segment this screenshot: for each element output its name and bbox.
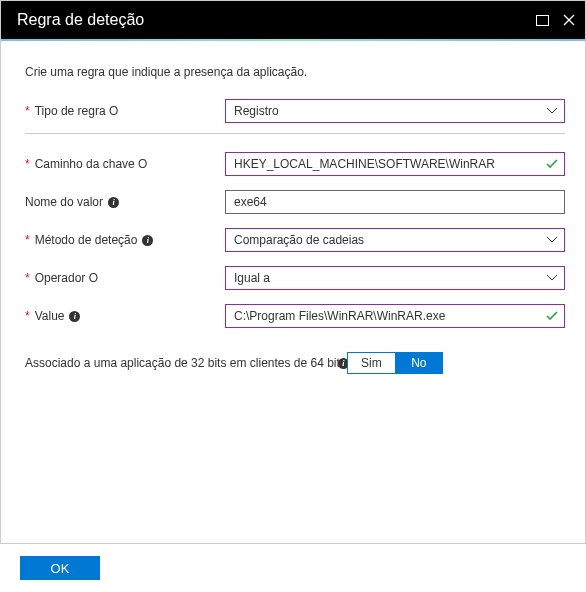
field-nome: exe64: [225, 190, 565, 214]
close-icon[interactable]: [563, 14, 575, 26]
label-32bit: Associado a uma aplicação de 32 bits em …: [25, 356, 346, 370]
row-caminho: * Caminho da chave O HKEY_LOCAL_MACHINE\…: [25, 152, 565, 176]
select-metodo-value: Comparação de cadeias: [234, 233, 364, 247]
row-value: * Value i C:\Program Files\WinRAR\WinRAR…: [25, 304, 565, 328]
row-metodo: * Método de deteção i Comparação de cade…: [25, 228, 565, 252]
input-caminho-value: HKEY_LOCAL_MACHINE\SOFTWARE\WinRAR: [234, 157, 495, 171]
label-operador: * Operador O: [25, 271, 225, 285]
check-icon: [546, 159, 558, 169]
row-nome: Nome do valori exe64: [25, 190, 565, 214]
chevron-down-icon: [546, 236, 558, 244]
input-caminho[interactable]: HKEY_LOCAL_MACHINE\SOFTWARE\WinRAR: [225, 152, 565, 176]
info-icon[interactable]: i: [69, 311, 80, 322]
required-marker: *: [25, 309, 30, 323]
label-metodo-text: Método de deteção: [35, 233, 138, 247]
row-32bit: Associado a uma aplicação de 32 bits em …: [25, 352, 565, 374]
required-marker: *: [25, 157, 30, 171]
check-icon: [546, 311, 558, 321]
label-nome-text: Nome do valor: [25, 195, 103, 209]
chevron-down-icon: [546, 274, 558, 282]
input-value[interactable]: C:\Program Files\WinRAR\WinRAR.exe: [225, 304, 565, 328]
label-value-text: Value: [35, 309, 65, 323]
select-operador-value: Igual a: [234, 271, 270, 285]
info-icon[interactable]: i: [142, 235, 153, 246]
select-tipo-value: Registro: [234, 104, 279, 118]
input-nome-value: exe64: [234, 195, 267, 209]
titlebar: Regra de deteção: [1, 1, 585, 39]
label-metodo: * Método de deteção i: [25, 233, 225, 247]
input-nome[interactable]: exe64: [225, 190, 565, 214]
select-tipo[interactable]: Registro: [225, 99, 565, 123]
field-metodo: Comparação de cadeias: [225, 228, 565, 252]
toggle-yes[interactable]: Sim: [347, 352, 395, 374]
label-caminho: * Caminho da chave O: [25, 157, 225, 171]
select-operador[interactable]: Igual a: [225, 266, 565, 290]
label-tipo-text: Tipo de regra O: [35, 104, 119, 118]
select-metodo[interactable]: Comparação de cadeias: [225, 228, 565, 252]
dialog-title: Regra de deteção: [17, 11, 144, 29]
info-icon[interactable]: i: [108, 197, 119, 208]
field-tipo: Registro: [225, 99, 565, 123]
field-operador: Igual a: [225, 266, 565, 290]
label-operador-text: Operador O: [35, 271, 98, 285]
header-divider: [1, 39, 585, 41]
toggle-32bit: Sim No: [347, 352, 443, 374]
ok-button[interactable]: OK: [20, 556, 100, 580]
label-value: * Value i: [25, 309, 225, 323]
required-marker: *: [25, 104, 30, 118]
row-operador: * Operador O Igual a: [25, 266, 565, 290]
label-caminho-text: Caminho da chave O: [35, 157, 148, 171]
row-tipo: * Tipo de regra O Registro: [25, 99, 565, 123]
field-caminho: HKEY_LOCAL_MACHINE\SOFTWARE\WinRAR: [225, 152, 565, 176]
input-value-value: C:\Program Files\WinRAR\WinRAR.exe: [234, 309, 445, 323]
field-value: C:\Program Files\WinRAR\WinRAR.exe: [225, 304, 565, 328]
section-divider: [25, 133, 565, 134]
required-marker: *: [25, 271, 30, 285]
maximize-icon[interactable]: [536, 15, 549, 26]
svg-rect-0: [537, 15, 549, 25]
required-marker: *: [25, 233, 30, 247]
dialog-footer: OK: [0, 543, 586, 592]
title-actions: [536, 14, 575, 26]
intro-text: Crie uma regra que indique a presença da…: [25, 65, 565, 79]
label-tipo: * Tipo de regra O: [25, 104, 225, 118]
chevron-down-icon: [546, 107, 558, 115]
toggle-no[interactable]: No: [395, 352, 443, 374]
dialog-content: Crie uma regra que indique a presença da…: [1, 41, 585, 374]
label-nome: Nome do valori: [25, 195, 225, 209]
